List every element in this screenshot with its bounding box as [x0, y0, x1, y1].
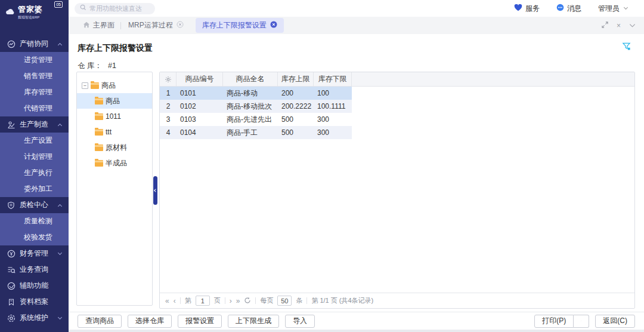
tree-item-goods[interactable]: 商品	[77, 93, 152, 109]
folder-icon	[95, 98, 103, 104]
sidebar-menu: 产销协同 进货管理 销售管理 库存管理 代销管理 生产制造 生产设置 计划管理 …	[0, 36, 69, 326]
filter-funnel-icon[interactable]	[622, 42, 631, 53]
select-warehouse-button[interactable]: 选择仓库	[128, 315, 172, 328]
sidebar-item-daixiao[interactable]: 代销管理	[0, 100, 69, 116]
page-title: 库存上下限报警设置	[78, 43, 153, 54]
quick-search[interactable]	[75, 3, 155, 14]
sidebar-item-zhiliang[interactable]: 质量检测	[0, 213, 69, 229]
col-header-name[interactable]: 商品全名	[223, 72, 278, 86]
tab-list-chevron-icon[interactable]	[629, 21, 636, 30]
column-settings-gear-icon[interactable]	[160, 72, 177, 86]
back-button[interactable]: 返回(C)	[595, 315, 635, 328]
import-button[interactable]: 导入	[285, 315, 315, 328]
logo-version-badge: 05	[54, 1, 63, 8]
query-goods-button[interactable]: 查询商品	[78, 315, 122, 328]
prev-page-button[interactable]: ‹	[174, 297, 176, 305]
sidebar-group-zhijian[interactable]: 质检中心	[0, 197, 69, 213]
alarm-settings-button[interactable]: 报警设置	[178, 315, 222, 328]
table-row[interactable]: 4 0104 商品-手工 500 300	[160, 126, 352, 139]
pagination-summary: 第 1/1 页 (共4条记录)	[311, 296, 373, 305]
search-input[interactable]	[89, 5, 150, 12]
search-list-icon	[7, 265, 16, 274]
sidebar-item-kucun[interactable]: 库存管理	[0, 84, 69, 100]
perpage-label: 每页	[260, 296, 273, 305]
home-icon	[83, 21, 90, 30]
bookmark-icon	[7, 297, 16, 306]
chart-circle-icon	[7, 39, 16, 48]
chevron-down-icon	[624, 5, 628, 10]
collapse-box-icon[interactable]: −	[82, 82, 88, 89]
shield-icon	[7, 201, 16, 210]
chevron-up-icon	[58, 204, 62, 208]
expand-tabs-icon[interactable]	[602, 21, 608, 30]
folder-icon	[91, 82, 99, 89]
page-number-input[interactable]	[196, 296, 210, 306]
page-label: 第	[185, 296, 191, 305]
sidebar-item-weiwai[interactable]: 委外加工	[0, 181, 69, 197]
tree-item-semi-finished[interactable]: 半成品	[77, 155, 152, 171]
user-menu[interactable]: 管理员	[592, 4, 633, 14]
sidebar-item-jinhuo[interactable]: 进货管理	[0, 52, 69, 68]
tab-close-icon[interactable]	[270, 21, 277, 30]
print-button[interactable]: 打印(P)	[534, 315, 574, 328]
sidebar-group-yewuchaxun[interactable]: 业务查询	[0, 262, 69, 278]
worker-icon	[7, 120, 16, 129]
tab-bar: 主界面 MRP运算过程 库存上下限报警设置 ×	[69, 17, 644, 34]
service-menu[interactable]: 服务	[508, 4, 546, 14]
tab-active-inventory-limits[interactable]: 库存上下限报警设置	[196, 18, 284, 33]
folder-icon	[95, 113, 103, 120]
generate-limits-button[interactable]: 上下限生成	[228, 315, 279, 328]
sidebar-group-xitong[interactable]: 系统维护	[0, 310, 69, 326]
warehouse-value: #1	[108, 62, 116, 70]
sidebar-item-shengchan-shezhi[interactable]: 生产设置	[0, 133, 69, 149]
sidebar-group-shengchan[interactable]: 生产制造	[0, 116, 69, 133]
message-icon	[556, 4, 564, 13]
warehouse-field: 仓 库：#1	[78, 61, 116, 71]
main-panel: 库存上下限报警设置 仓 库：#1 − 商品 商品 1011 ttt 原材料	[69, 34, 644, 312]
message-menu[interactable]: 消息	[550, 4, 587, 14]
print-dropdown-button[interactable]	[574, 315, 589, 328]
sidebar-group-chanxiao[interactable]: 产销协同	[0, 36, 69, 52]
refresh-icon[interactable]	[244, 297, 251, 305]
tree-item-ttt[interactable]: ttt	[77, 124, 152, 140]
table-row[interactable]: 1 0101 商品-移动 200 100	[160, 87, 352, 100]
gear-icon	[7, 313, 16, 322]
perpage-input[interactable]	[277, 296, 292, 306]
sidebar-item-xiaoshou[interactable]: 销售管理	[0, 68, 69, 84]
tree-item-raw-materials[interactable]: 原材料	[77, 140, 152, 155]
limits-table: 商品编号 商品全名 库存上限 库存下限 1 0101 商品-移动 200 100…	[159, 72, 635, 309]
close-all-tabs-icon[interactable]: ×	[617, 21, 621, 30]
sidebar: 管家婆 辉煌智造ERP 05 产销协同 进货管理 销售管理 库存管理 代销管理 …	[0, 0, 69, 332]
chevron-down-icon	[58, 315, 62, 319]
top-header: 服务 消息 管理员	[69, 0, 644, 17]
tree-collapse-handle[interactable]	[153, 176, 157, 205]
sidebar-group-caiwu[interactable]: 财务管理	[0, 245, 69, 262]
last-page-button[interactable]: »	[236, 297, 240, 305]
col-header-lower[interactable]: 库存下限	[314, 72, 352, 86]
tree-item-1011[interactable]: 1011	[77, 109, 152, 124]
chevron-up-icon	[58, 42, 62, 47]
next-page-button[interactable]: ›	[230, 297, 232, 305]
tab-home[interactable]: 主界面	[77, 20, 120, 30]
chevron-up-icon	[58, 123, 62, 127]
table-row[interactable]: 3 0103 商品-先进先出 500 300	[160, 113, 352, 126]
first-page-button[interactable]: «	[165, 297, 169, 305]
sidebar-item-zhixing[interactable]: 生产执行	[0, 165, 69, 181]
sidebar-group-ziliao[interactable]: 资料档案	[0, 294, 69, 310]
col-header-code[interactable]: 商品编号	[177, 72, 223, 86]
sidebar-item-jihua[interactable]: 计划管理	[0, 149, 69, 165]
tab-close-icon[interactable]	[177, 21, 184, 30]
folder-icon	[95, 129, 103, 136]
table-row[interactable]: 2 0102 商品-移动批次 200.2222 100.1111	[160, 100, 352, 113]
lifebuoy-icon	[7, 281, 16, 290]
app-logo[interactable]: 管家婆 辉煌智造ERP 05	[0, 0, 69, 23]
logo-subtitle: 辉煌智造ERP	[18, 15, 43, 20]
sidebar-item-jiaoyan[interactable]: 校验发货	[0, 229, 69, 245]
sidebar-group-fuzhu[interactable]: 辅助功能	[0, 278, 69, 294]
heart-icon	[514, 4, 522, 13]
tree-root-goods[interactable]: − 商品	[77, 78, 152, 93]
tab-mrp[interactable]: MRP运算过程	[121, 17, 191, 34]
col-header-upper[interactable]: 库存上限	[278, 72, 314, 86]
action-bar: 查询商品 选择仓库 报警设置 上下限生成 导入 打印(P) 返回(C)	[69, 312, 644, 330]
perpage-label: 条	[296, 296, 302, 305]
